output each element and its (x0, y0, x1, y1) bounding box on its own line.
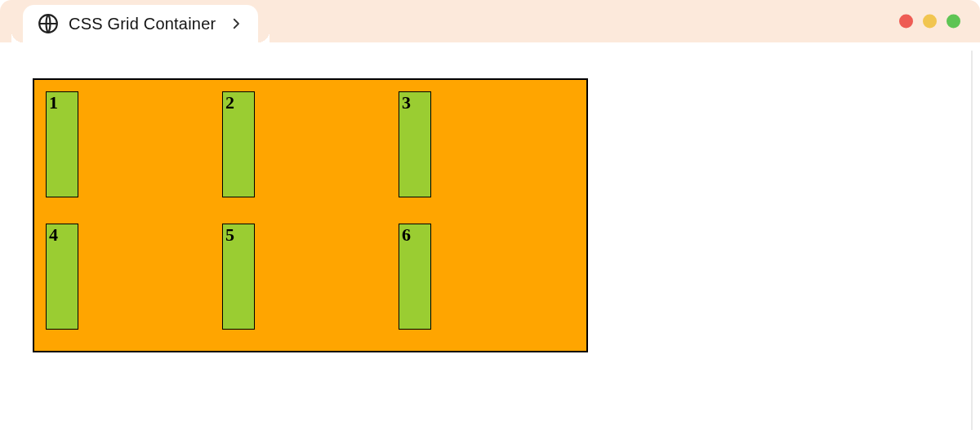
chevron-right-icon (229, 16, 243, 31)
window-controls (899, 15, 960, 29)
tab-title: CSS Grid Container (69, 15, 216, 33)
browser-window: CSS Grid Container 1 2 3 4 5 6 (0, 0, 980, 443)
scrollbar-track[interactable] (971, 51, 973, 430)
zoom-icon[interactable] (947, 15, 960, 29)
globe-icon (38, 13, 59, 34)
css-grid-container: 1 2 3 4 5 6 (33, 78, 588, 352)
grid-item: 5 (222, 224, 255, 330)
close-icon[interactable] (899, 15, 913, 29)
grid-item: 6 (399, 224, 431, 330)
page-content: 1 2 3 4 5 6 (0, 42, 980, 352)
grid-item: 3 (399, 91, 431, 197)
grid-item: 4 (46, 224, 78, 330)
grid-item: 2 (222, 91, 255, 197)
minimize-icon[interactable] (923, 15, 937, 29)
grid-item: 1 (46, 91, 78, 197)
browser-tab[interactable]: CSS Grid Container (23, 5, 258, 42)
titlebar: CSS Grid Container (0, 0, 980, 42)
